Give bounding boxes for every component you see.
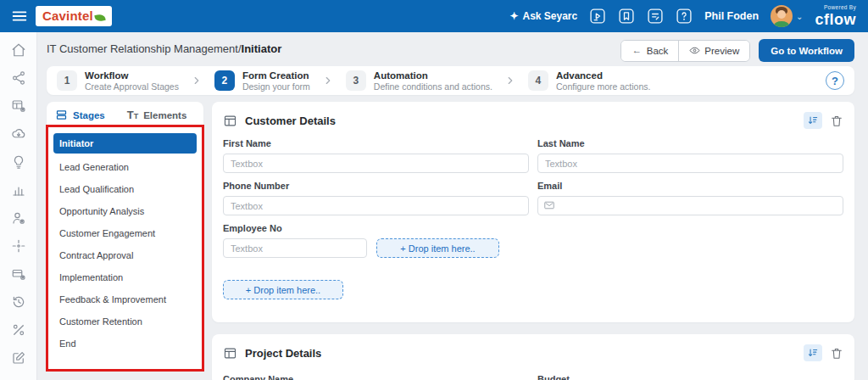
step-3-number[interactable]: 3 [346,70,366,91]
customer-details-card: Customer Details First Name Last Name Ph… [212,102,854,322]
table-settings-icon[interactable] [11,98,26,114]
phone-number-label: Phone Number [223,181,529,191]
stage-list: Initiator Lead Generation Lead Qualifica… [47,125,203,355]
chevron-right-icon [322,75,334,87]
help-icon[interactable] [676,8,693,25]
step-advanced[interactable]: 4 Advanced Configure more actions. [528,70,650,92]
project-details-card: Project Details Company Name Budget [212,334,854,380]
text-format-icon: TT [127,109,138,121]
stage-item-implementation[interactable]: Implementation [53,266,197,288]
card-settings-icon[interactable] [11,266,26,282]
stage-item-feedback-improvement[interactable]: Feedback & Improvement [53,288,197,310]
focus-target-icon[interactable] [11,238,26,254]
step-4-title: Advanced [556,70,650,81]
page-actions: ← Back Preview Go to Workflow [620,39,854,62]
edit-icon[interactable] [11,350,26,366]
cflow-brand: cflow [815,12,856,27]
last-name-label: Last Name [537,138,843,148]
back-button[interactable]: ← Back [621,41,679,61]
eye-icon [689,45,700,56]
project-details-title: Project Details [245,347,321,360]
analytics-chart-icon[interactable] [11,182,26,198]
left-icon-rail [0,32,37,380]
user-menu[interactable]: ⌄ [771,5,803,27]
home-icon[interactable] [11,42,26,58]
stages-sidebar: Stages TT Elements Initiator Lead Genera… [47,102,203,371]
breadcrumb: IT Customer Relationship Management/Init… [47,42,281,55]
sparkle-icon: ✦ [509,10,518,22]
email-label: Email [537,181,843,191]
share-network-icon[interactable] [11,70,26,86]
breadcrumb-path[interactable]: IT Customer Relationship Management/ [47,42,242,55]
stage-item-customer-retention[interactable]: Customer Retention [53,310,197,332]
back-preview-group: ← Back Preview [620,40,750,62]
brand-logo[interactable]: Cavintel [36,6,112,26]
stage-item-end[interactable]: End [53,332,197,355]
percent-icon[interactable] [11,322,26,338]
step-1-number[interactable]: 1 [57,70,77,91]
step-4-subtitle: Configure more actions. [556,81,650,92]
video-tutorial-icon[interactable] [589,8,606,25]
stepper-help-button[interactable]: ? [826,71,844,90]
delete-section-button[interactable] [830,346,843,360]
step-automation[interactable]: 3 Automation Define conditions and actio… [346,70,492,92]
first-name-label: First Name [223,138,529,148]
tab-stages-label: Stages [73,110,105,120]
drop-zone[interactable]: + Drop item here.. [223,280,343,299]
idea-bulb-icon[interactable] [11,154,26,170]
step-2-number[interactable]: 2 [214,70,235,91]
step-2-title: Form Creation [242,70,310,81]
back-arrow-icon: ← [632,45,643,56]
drop-zone[interactable]: + Drop item here.. [376,238,499,258]
ask-seyarc-button[interactable]: ✦ Ask Seyarc [509,10,577,22]
sort-fields-button[interactable] [804,344,822,361]
phone-number-input[interactable] [223,196,529,215]
stage-item-initiator[interactable]: Initiator [53,133,197,154]
email-input[interactable] [537,196,843,215]
stage-item-lead-generation[interactable]: Lead Generation [53,156,197,178]
brand-name: Cavintel [42,8,93,23]
avatar [771,5,793,27]
go-to-workflow-button[interactable]: Go to Workflow [759,39,854,62]
preview-button[interactable]: Preview [678,41,749,61]
stage-item-customer-engagement[interactable]: Customer Engagement [53,222,197,244]
tab-elements[interactable]: TT Elements [127,109,187,121]
stage-item-contract-approval[interactable]: Contract Approval [53,244,197,266]
breadcrumb-current: Initiator [242,42,282,55]
stage-item-lead-qualification[interactable]: Lead Qualification [53,178,197,200]
trash-icon [830,114,843,128]
section-window-icon [223,346,237,360]
tab-stages[interactable]: Stages [55,109,105,121]
leaf-icon [94,13,105,21]
section-window-icon [223,114,237,128]
ask-seyarc-label: Ask Seyarc [522,10,577,22]
step-workflow[interactable]: 1 Workflow Create Approval Stages [57,70,179,92]
chevron-right-icon [504,75,516,87]
step-1-subtitle: Create Approval Stages [85,81,179,92]
top-navigation-bar: Cavintel ✦ Ask Seyarc Phil Foden ⌄ Power… [0,0,868,32]
hamburger-menu-icon[interactable] [10,7,29,25]
delete-section-button[interactable] [830,114,843,128]
step-4-number[interactable]: 4 [528,70,548,91]
employee-no-input[interactable] [223,238,367,258]
tab-elements-label: Elements [143,110,186,120]
preview-label: Preview [704,46,739,56]
sort-fields-button[interactable] [804,112,822,129]
stages-icon [55,109,68,121]
step-3-subtitle: Define conditions and actions. [374,81,492,92]
step-form-creation[interactable]: 2 Form Creation Design your form [214,70,310,92]
stage-item-opportunity-analysis[interactable]: Opportunity Analysis [53,200,197,222]
last-name-input[interactable] [537,154,843,173]
cflow-logo: Powered By cflow [815,5,856,27]
history-icon[interactable] [11,294,26,310]
bookmark-icon[interactable] [618,8,635,25]
chevron-down-icon: ⌄ [796,12,803,21]
cloud-download-icon[interactable] [11,126,26,142]
sidebar-tabs: Stages TT Elements [47,102,203,125]
first-name-input[interactable] [223,154,529,173]
notes-icon[interactable] [647,8,664,25]
trash-icon [830,346,843,360]
user-settings-icon[interactable] [11,210,26,226]
back-label: Back [647,46,669,56]
envelope-icon [543,199,555,211]
